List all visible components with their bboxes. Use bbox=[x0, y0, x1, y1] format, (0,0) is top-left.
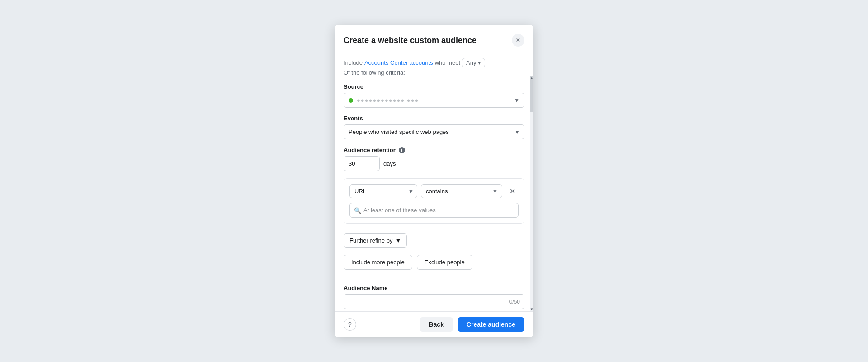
filter-box: URL ▼ contains ▼ ✕ bbox=[344, 178, 524, 224]
contains-label: contains bbox=[426, 188, 448, 195]
url-select[interactable]: URL bbox=[349, 184, 417, 198]
audience-name-input[interactable] bbox=[344, 294, 524, 309]
events-select-wrap: People who visited specific web pages ▼ bbox=[344, 124, 524, 139]
contains-wrap: contains ▼ bbox=[421, 184, 502, 198]
search-input-wrap: 🔍 bbox=[349, 203, 519, 218]
filter-row: URL ▼ contains ▼ ✕ bbox=[349, 184, 519, 198]
info-icon[interactable]: i bbox=[399, 147, 405, 153]
events-label: Events bbox=[344, 115, 524, 122]
modal-subheader: Include Accounts Center accounts who mee… bbox=[335, 52, 533, 76]
back-button[interactable]: Back bbox=[420, 317, 453, 332]
help-button[interactable]: ? bbox=[344, 318, 356, 331]
modal-scroll-area: Source ●●●●●●●●●●●● ●●● ▼ Events People … bbox=[335, 76, 533, 311]
subheader-suffix: Of the following criteria: bbox=[344, 69, 405, 76]
modal-footer: ? Back Create audience bbox=[335, 311, 533, 337]
source-arrow-icon: ▼ bbox=[514, 97, 519, 104]
audience-name-input-wrap: 0/50 bbox=[344, 294, 524, 309]
source-text: ●●●●●●●●●●●● ●●● bbox=[357, 97, 508, 104]
retention-input[interactable] bbox=[344, 156, 380, 171]
scroll-down-arrow[interactable]: ▼ bbox=[530, 307, 533, 311]
subheader-middle: who meet bbox=[435, 59, 460, 66]
remove-filter-button[interactable]: ✕ bbox=[506, 185, 519, 198]
url-label: URL bbox=[354, 188, 366, 195]
exclude-people-button[interactable]: Exclude people bbox=[417, 255, 472, 270]
retention-unit: days bbox=[383, 160, 396, 167]
contains-select[interactable]: contains bbox=[421, 184, 502, 198]
further-refine-button[interactable]: Further refine by ▼ bbox=[344, 233, 407, 248]
divider bbox=[344, 277, 524, 277]
action-row: Include more people Exclude people bbox=[344, 255, 524, 270]
search-input[interactable] bbox=[349, 203, 519, 218]
events-value: People who visited specific web pages bbox=[349, 129, 449, 135]
any-dropdown[interactable]: Any ▾ bbox=[462, 58, 485, 67]
include-more-button[interactable]: Include more people bbox=[344, 255, 412, 270]
create-audience-button[interactable]: Create audience bbox=[458, 317, 524, 332]
subheader-prefix: Include bbox=[344, 59, 363, 66]
source-status-dot bbox=[349, 98, 353, 103]
events-select[interactable]: People who visited specific web pages bbox=[344, 124, 524, 139]
any-arrow: ▾ bbox=[478, 59, 481, 66]
any-value: Any bbox=[466, 59, 476, 66]
url-select-wrap: URL ▼ bbox=[349, 184, 417, 198]
modal-container: Create a website custom audience × Inclu… bbox=[335, 25, 533, 337]
refine-label: Further refine by bbox=[349, 237, 392, 244]
modal-title: Create a website custom audience bbox=[344, 36, 476, 45]
scrollbar-track[interactable]: ▲ ▼ bbox=[530, 76, 533, 311]
scrollbar-thumb bbox=[530, 76, 533, 112]
audience-retention-group: Audience retention i days bbox=[344, 147, 524, 171]
modal-body: Source ●●●●●●●●●●●● ●●● ▼ Events People … bbox=[335, 76, 533, 311]
accounts-center-link[interactable]: Accounts Center accounts bbox=[364, 59, 433, 66]
audience-name-group: Audience Name 0/50 bbox=[344, 285, 524, 309]
modal: Create a website custom audience × Inclu… bbox=[335, 25, 533, 337]
modal-header: Create a website custom audience × bbox=[335, 25, 533, 52]
char-count: 0/50 bbox=[509, 299, 520, 305]
footer-actions: Back Create audience bbox=[420, 317, 524, 332]
retention-row: days bbox=[344, 156, 524, 171]
refine-arrow-icon: ▼ bbox=[395, 237, 401, 244]
events-group: Events People who visited specific web p… bbox=[344, 115, 524, 139]
audience-name-label: Audience Name bbox=[344, 285, 524, 291]
search-icon: 🔍 bbox=[354, 207, 361, 214]
audience-retention-label: Audience retention i bbox=[344, 147, 524, 153]
source-label: Source bbox=[344, 83, 524, 90]
source-group: Source ●●●●●●●●●●●● ●●● ▼ bbox=[344, 83, 524, 108]
source-field[interactable]: ●●●●●●●●●●●● ●●● ▼ bbox=[344, 93, 524, 108]
close-button[interactable]: × bbox=[512, 34, 524, 47]
scroll-up-arrow[interactable]: ▲ bbox=[530, 76, 533, 80]
